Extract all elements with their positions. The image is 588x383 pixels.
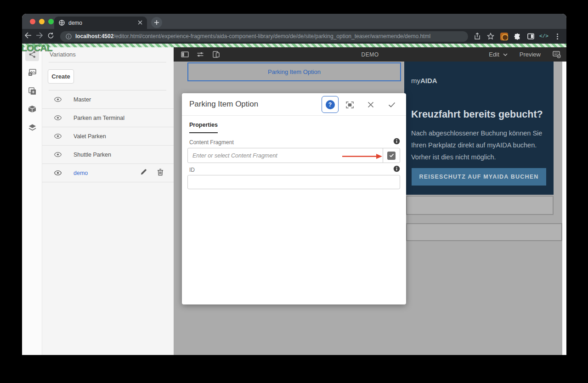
id-field (187, 175, 400, 189)
component-dialog: Parking Item Option ? (182, 93, 406, 304)
devtools-code-icon[interactable]: </> (540, 32, 548, 40)
teaser-body: Nach abgeschlossener Buchung können Sie … (411, 127, 547, 163)
chevron-down-icon (503, 53, 508, 56)
delete-variation-icon[interactable] (157, 169, 164, 178)
myaida-teaser-card: myAIDA Kreuzfahrt bereits gebucht? Nach … (404, 62, 554, 195)
variations-list: Master Parken am Terminal Valet Parken (42, 90, 174, 182)
split-screen-icon[interactable] (526, 32, 535, 40)
component-placeholder[interactable] (406, 223, 562, 241)
id-info-icon[interactable] (393, 165, 400, 172)
side-rail (22, 47, 42, 355)
checkbox-checked-icon (387, 152, 396, 160)
teaser-cta-button[interactable]: REISESCHUTZ AUF MYAIDA BUCHEN (412, 168, 546, 186)
edit-mode-selector[interactable]: Edit (489, 51, 507, 58)
cancel-icon[interactable] (365, 99, 377, 111)
help-button[interactable]: ? (322, 96, 339, 113)
tab-title: demo (68, 20, 138, 26)
selected-component-label: Parking Item Option (268, 68, 321, 75)
annotations-icon[interactable] (553, 51, 561, 58)
rename-variation-icon[interactable] (140, 169, 147, 178)
variation-label: demo (74, 170, 88, 176)
editor-content: DEMO Edit Preview (174, 47, 566, 355)
new-tab-button[interactable] (151, 17, 162, 28)
bookmark-star-icon[interactable] (486, 32, 495, 40)
environment-badge: LOCAL (22, 42, 52, 53)
preview-eye-icon[interactable] (54, 152, 62, 157)
edit-mode-label: Edit (489, 51, 499, 58)
address-bar[interactable]: localhost:4502 /editor.html/content/expe… (60, 31, 468, 42)
page-scrollbar[interactable] (562, 62, 566, 355)
preview-eye-icon[interactable] (54, 134, 62, 139)
share-icon[interactable] (473, 32, 481, 40)
browser-menu-icon[interactable] (553, 32, 561, 40)
window-zoom-button[interactable] (48, 19, 54, 24)
rail-assets-icon[interactable] (25, 102, 39, 116)
extension-badge-icon[interactable] (500, 32, 508, 40)
create-variation-button[interactable]: Create (48, 69, 74, 84)
rail-components-icon[interactable] (25, 84, 39, 98)
dialog-header: Parking Item Option ? (182, 93, 406, 116)
content-fragment-picker-button[interactable] (383, 148, 400, 163)
variation-row-valet-parken[interactable]: Valet Parken (42, 127, 174, 146)
window-minimize-button[interactable] (39, 19, 45, 24)
browser-tab[interactable]: demo (54, 17, 147, 29)
page-canvas: Parking Item Option myAIDA Kreuzfahrt be… (174, 62, 566, 355)
site-info-icon[interactable] (66, 34, 72, 39)
selected-component-overlay[interactable]: Parking Item Option (187, 62, 401, 81)
preview-eye-icon[interactable] (54, 97, 62, 102)
globe-icon (59, 20, 65, 26)
confirm-icon[interactable] (386, 99, 398, 111)
variation-label: Valet Parken (74, 133, 106, 140)
browser-window: demo localho (22, 14, 566, 355)
rail-content-icon[interactable] (25, 66, 39, 79)
aem-editor: Variations Create Master (22, 47, 566, 355)
url-host: localhost:4502 (75, 33, 113, 39)
desktop-background: demo localho (0, 0, 588, 383)
window-close-button[interactable] (30, 19, 35, 24)
fullscreen-icon[interactable] (344, 99, 356, 111)
variation-row-shuttle-parken[interactable]: Shuttle Parken (42, 146, 174, 164)
editor-toolbar: DEMO Edit Preview (174, 47, 566, 62)
myaida-logo: myAIDA (411, 77, 437, 84)
environment-ribbon (22, 44, 566, 47)
id-label: ID (189, 167, 195, 173)
tab-properties[interactable]: Properties (189, 122, 218, 133)
browser-toolbar: localhost:4502 /editor.html/content/expe… (22, 29, 566, 44)
content-fragment-info-icon[interactable] (393, 138, 400, 145)
reload-icon[interactable] (45, 32, 57, 41)
preview-button[interactable]: Preview (520, 51, 541, 58)
content-fragment-label: Content Fragment (189, 139, 234, 146)
variation-label: Master (74, 96, 91, 103)
extensions-puzzle-icon[interactable] (513, 32, 521, 40)
variations-panel: Variations Create Master (42, 47, 174, 355)
url-path: /editor.html/content/experience-fragment… (113, 33, 430, 39)
tab-close-icon[interactable] (138, 19, 142, 26)
variation-row-parken-am-terminal[interactable]: Parken am Terminal (42, 109, 174, 127)
id-input[interactable] (188, 175, 400, 189)
teaser-heading: Kreuzfahrt bereits gebucht? (411, 109, 543, 120)
preview-eye-icon[interactable] (54, 115, 62, 120)
preview-eye-icon[interactable] (54, 170, 62, 175)
help-icon: ? (326, 100, 335, 109)
annotation-arrow (342, 153, 383, 159)
browser-tabstrip: demo (22, 14, 566, 29)
back-icon[interactable] (22, 32, 34, 40)
dialog-title: Parking Item Option (189, 100, 258, 109)
component-placeholder[interactable] (406, 196, 554, 215)
forward-icon[interactable] (34, 32, 45, 40)
rail-layers-icon[interactable] (25, 120, 39, 134)
variation-label: Shuttle Parken (74, 152, 111, 158)
divider (49, 62, 166, 62)
variations-panel-title: Variations (50, 51, 76, 58)
variation-row-demo[interactable]: demo (42, 164, 174, 182)
variation-label: Parken am Terminal (74, 115, 124, 121)
variation-row-master[interactable]: Master (42, 90, 174, 109)
